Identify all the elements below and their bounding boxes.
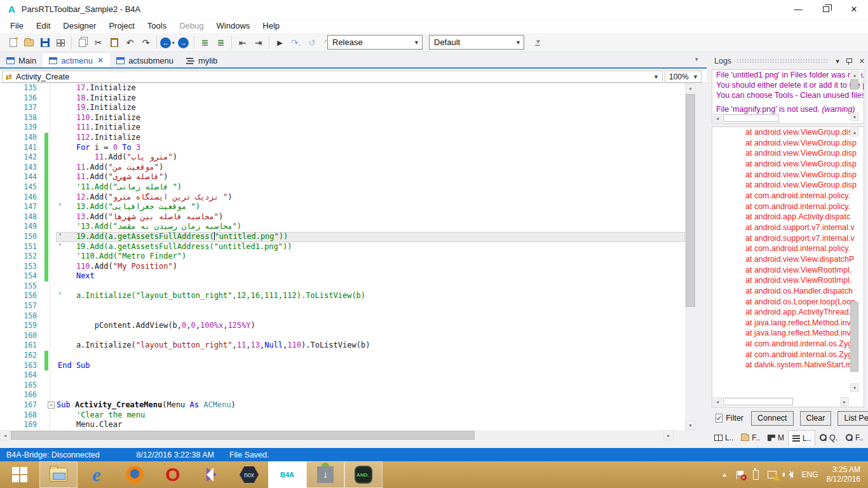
menu-item-project[interactable]: Project [102,19,140,32]
paste-icon[interactable] [106,35,122,50]
scroll-up-icon[interactable]: ▴ [850,71,859,79]
code-line[interactable]: 150' 19.Add(a.getAssetsFullAddress("unti… [0,232,685,242]
comment-icon[interactable]: ≣ [197,35,213,50]
code-line[interactable]: 147' 13.Add("موقعیت جغرافیایی ") [0,202,685,212]
start-button[interactable] [0,461,39,488]
scroll-left-icon[interactable]: ◂ [713,114,722,123]
uncomment-icon[interactable]: ≣ [213,35,229,50]
code-line[interactable]: 157 [0,301,685,311]
step-over-icon[interactable]: ↷. [288,35,304,50]
redo-icon[interactable]: ↷ [138,35,154,50]
restore-button[interactable] [812,0,840,18]
scroll-down-icon[interactable]: ▾ [850,112,859,121]
scroll-left-icon[interactable]: ◂ [713,397,722,406]
tool-tab-modules[interactable]: M [764,430,788,445]
code-line[interactable]: 168 'Clear the menu [0,410,685,421]
code-line[interactable]: 148 13.Add("محاسبه فاصله بین شهرها") [0,212,685,222]
code-line[interactable]: 154 Next [0,271,685,281]
connect-button[interactable]: Connect [751,411,794,426]
horizontal-scroll-thumb[interactable] [11,431,475,440]
taskbar-app-firefox[interactable] [116,461,154,488]
code-line[interactable]: 167−Sub Activity_CreateMenu(Menu As ACMe… [0,400,685,410]
indent-icon[interactable]: ⇥ [250,35,266,50]
tool-tab-files[interactable]: F.. [737,430,764,445]
code-line[interactable]: 160 [0,331,685,341]
list-permissions-button[interactable]: List Permissions [837,411,868,426]
tool-tab-logs[interactable]: L.. [788,430,815,445]
open-project-icon[interactable] [21,35,37,50]
code-line[interactable]: 145 '11.Add("فاصله زمانی ") [0,182,685,193]
editor-vertical-scrollbar[interactable]: ▴ ▾ [685,83,696,430]
battery-icon[interactable] [753,470,759,480]
code-line[interactable]: 151' 19.Add(a.getAssetsFullAddress("unti… [0,242,685,252]
code-line[interactable]: 135 17.Initialize [0,83,685,93]
filter-checkbox[interactable]: ✔ [715,414,722,423]
profile-dropdown[interactable]: Default ▼ [429,35,524,50]
code-line[interactable]: 144 11.Add("فاصله شهری") [0,172,685,182]
taskbar-app-internet-explorer[interactable]: e [78,461,116,488]
code-line[interactable]: 146 12.Add("نزدیک ترین ایستگاه مترو ") [0,193,685,203]
build-config-dropdown[interactable]: Release ▼ [327,35,423,50]
cut-icon[interactable]: ✂ [90,35,106,50]
stack-trace-log-box[interactable]: at android.view.ViewGroup.dispat android… [712,126,864,407]
code-line[interactable]: 142 11.Add("مترو یاب") [0,152,685,163]
menu-item-file[interactable]: File [4,19,30,32]
scroll-right-icon[interactable]: ▸ [663,430,674,440]
scroll-down-icon[interactable]: ▾ [850,383,859,392]
taskbar-app-android-sdk[interactable]: ↓ [306,461,344,488]
vertical-scroll-thumb[interactable] [686,94,695,307]
close-button[interactable]: ✕ [840,0,868,18]
pin-icon[interactable] [846,58,852,65]
tab-close-icon[interactable]: ✕ [97,56,104,65]
sub-selector-dropdown[interactable]: ⇄ Activity_Create ▼ [2,71,663,83]
taskbar-app-file-explorer[interactable] [39,461,78,488]
scroll-up-icon[interactable]: ▴ [850,128,859,137]
taskbar-app-nox[interactable]: nox [230,461,268,488]
code-line[interactable]: 166 [0,390,685,400]
menu-item-edit[interactable]: Edit [30,19,57,32]
toolbar-overflow-icon[interactable]: ▼▔ [535,38,541,52]
code-line[interactable]: 155 [0,281,685,292]
taskbar-app-opera[interactable]: O [154,461,192,488]
step-into-icon[interactable]: ↺ [304,35,320,50]
run-icon[interactable]: ▶ [272,35,288,50]
code-line[interactable]: 141 For i = 0 To 3 [0,143,685,153]
code-line[interactable]: 153 110.Add("My Position") [0,262,685,272]
package-icon[interactable] [53,35,69,50]
tab-actsubmenu[interactable]: actsubmenu [110,53,180,67]
menu-item-help[interactable]: Help [256,19,286,32]
network-icon[interactable] [768,471,776,478]
language-indicator[interactable]: ENG [802,470,818,479]
scroll-down-icon[interactable]: ▾ [685,421,696,430]
navigate-forward-icon[interactable]: → [175,35,191,50]
code-line[interactable]: 138 110.Initialize [0,113,685,123]
tab-actmenu[interactable]: actmenu✕ [43,53,110,67]
navigate-back-icon[interactable]: ←▾ [159,35,175,50]
panel-close-icon[interactable]: ✕ [859,57,865,65]
tab-mylib[interactable]: mylib [180,53,224,67]
menu-item-designer[interactable]: Designer [57,19,102,32]
code-line[interactable]: 169 Menu.Clear [0,420,685,430]
tray-expand-icon[interactable]: ▲ [722,471,728,478]
copy-icon[interactable] [74,35,90,50]
panel-menu-icon[interactable]: ▾ [836,57,839,65]
undo-icon[interactable]: ↶ [122,35,138,50]
tool-tab-find[interactable]: F.. [841,430,867,445]
horizontal-scroll-thumb[interactable] [723,114,779,122]
code-line[interactable]: 162 [0,351,685,361]
scroll-up-icon[interactable]: ▴ [685,83,696,93]
zoom-dropdown[interactable]: 100% ▼ [665,71,702,83]
editor-horizontal-scrollbar[interactable]: ◂ ▸ [0,430,696,440]
scroll-right-icon[interactable]: ▸ [840,397,849,406]
scroll-left-icon[interactable]: ◂ [0,430,10,440]
horizontal-scroll-thumb[interactable] [723,398,793,405]
menu-item-windows[interactable]: Windows [210,19,257,32]
code-line[interactable]: 140 112.Initialize [0,133,685,143]
minimize-button[interactable]: — [784,0,812,18]
outdent-icon[interactable]: ⇤ [234,35,250,50]
code-line[interactable]: 164 [0,370,685,381]
save-icon[interactable] [37,35,53,50]
taskbar-app-b4a[interactable]: B4A [268,461,306,488]
volume-icon[interactable] [785,471,793,478]
tab-Main[interactable]: Main [0,53,43,67]
